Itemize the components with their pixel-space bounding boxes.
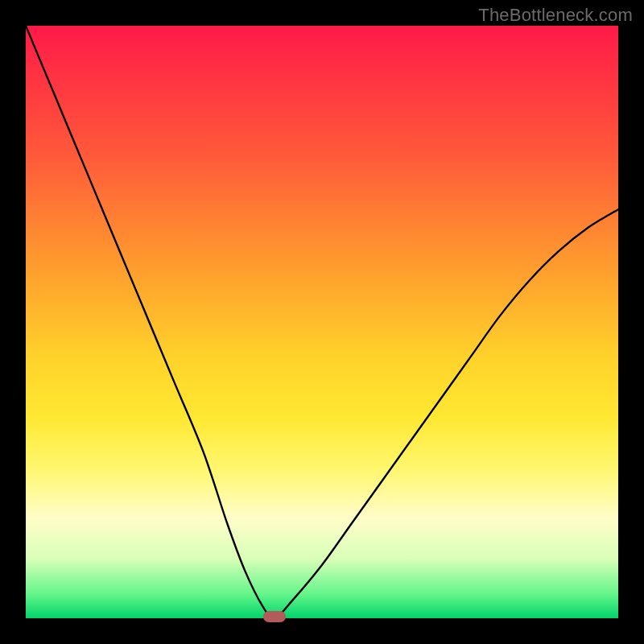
optimum-marker bbox=[263, 611, 286, 622]
bottleneck-curve bbox=[26, 26, 618, 618]
plot-area bbox=[26, 26, 618, 618]
chart-frame: TheBottleneck.com bbox=[0, 0, 644, 644]
curve-svg bbox=[26, 26, 618, 618]
watermark-text: TheBottleneck.com bbox=[478, 5, 633, 26]
